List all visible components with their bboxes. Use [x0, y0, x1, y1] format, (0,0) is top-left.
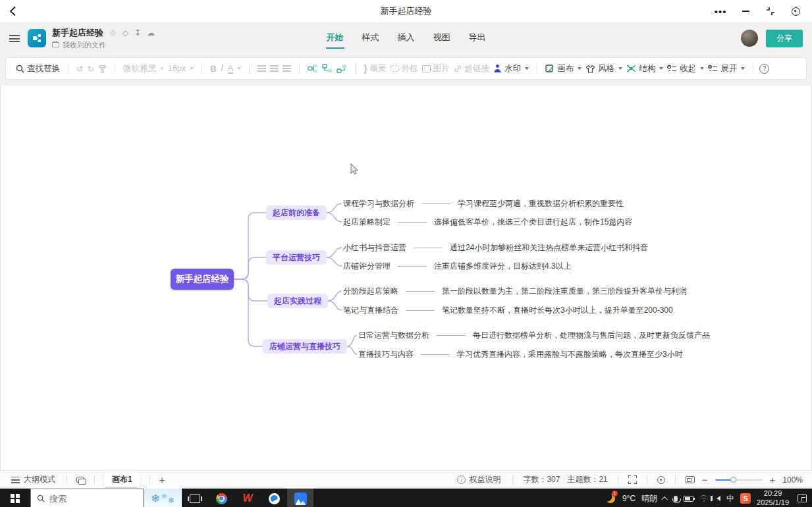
- mindmap-subtopic-row[interactable]: 课程学习与数据分析 学习课程至少两遍，重视数据分析积累的重要性: [343, 198, 624, 209]
- bold-button[interactable]: B: [208, 64, 219, 74]
- back-button[interactable]: [9, 6, 16, 16]
- clock[interactable]: 20:29 2025/1/19: [757, 489, 789, 507]
- align-left-button[interactable]: [256, 65, 268, 72]
- watermark-button[interactable]: 水印: [491, 63, 531, 74]
- mindmap-subtopic-row[interactable]: 直播技巧与内容 学习优秀直播内容，采用露脸与不露脸策略，每次直播至少3小时: [358, 348, 683, 360]
- rights-info-button[interactable]: i 权益说明: [455, 474, 502, 485]
- tray-weather-desc[interactable]: 晴朗: [641, 493, 657, 504]
- outline-mode-button[interactable]: 大纲模式: [9, 474, 57, 485]
- tab-style[interactable]: 样式: [362, 28, 380, 49]
- canvas-tab[interactable]: 画布1: [104, 472, 140, 487]
- mindmap-app-button[interactable]: [287, 489, 313, 507]
- subtopic-label[interactable]: 分阶段起店策略: [343, 286, 398, 297]
- image-button[interactable]: 图片: [420, 63, 452, 74]
- boundary-button[interactable]: 外框: [389, 63, 420, 74]
- more-options-icon[interactable]: •••: [715, 5, 726, 17]
- subtopic-detail[interactable]: 笔记数量坚持不断，直播时长每次3小时以上，提升单量至200-300: [442, 305, 673, 316]
- font-family-select[interactable]: 微软雅黑: [121, 63, 166, 74]
- subtopic-detail[interactable]: 注重店铺多维度评分，目标达到4.3以上: [434, 261, 572, 272]
- restore-icon[interactable]: [765, 5, 776, 17]
- redo-button[interactable]: ↻: [85, 64, 95, 74]
- ime-indicator[interactable]: 中: [726, 493, 734, 504]
- subtopic-detail[interactable]: 选择偏低客单价，挑选三个类目进行起店，制作15篇内容: [434, 217, 632, 228]
- speaker-icon[interactable]: [717, 496, 720, 501]
- sogou-input-icon[interactable]: S: [740, 493, 751, 504]
- subtopic-detail[interactable]: 学习课程至少两遍，重视数据分析积累的重要性: [458, 198, 624, 209]
- subtopic-label[interactable]: 笔记与直播结合: [343, 305, 398, 316]
- subtopic-detail[interactable]: 每日进行数据榜单分析，处理物流与售后问题，及时更新负反馈产品: [473, 330, 710, 341]
- mindmap-subtopic-row[interactable]: 店铺评分管理 注重店铺多维度评分，目标达到4.3以上: [343, 260, 572, 272]
- star-icon[interactable]: ☆: [109, 29, 117, 37]
- help-icon[interactable]: ?: [759, 64, 769, 74]
- subtopic-label[interactable]: 小红书与抖音运营: [343, 242, 406, 254]
- zoom-out-button[interactable]: −: [702, 475, 708, 485]
- zoom-slider-knob[interactable]: [730, 477, 736, 483]
- tray-temperature[interactable]: 9°C: [622, 494, 636, 503]
- battery-icon[interactable]: [684, 496, 693, 502]
- dingtalk-app-button[interactable]: [261, 489, 287, 507]
- expand-button[interactable]: 展开: [706, 63, 747, 74]
- align-right-button[interactable]: [281, 65, 293, 72]
- microphone-icon[interactable]: [674, 496, 678, 502]
- tag-icon[interactable]: ◇: [122, 29, 128, 37]
- mindmap-branch-node[interactable]: 平台运营技巧: [266, 250, 327, 265]
- user-avatar[interactable]: [741, 30, 758, 47]
- mindmap-branch-node[interactable]: 起店实践过程: [267, 294, 328, 308]
- target-icon[interactable]: [790, 5, 801, 17]
- mindmap-subtopic-row[interactable]: 分阶段起店策略 第一阶段以数量为主，第二阶段注重质量，第三阶段提升客单价与利润: [343, 285, 687, 297]
- summary-button[interactable]: }概要: [362, 63, 388, 74]
- subtopic-label[interactable]: 课程学习与数据分析: [343, 198, 414, 209]
- structure-button[interactable]: 结构: [624, 63, 665, 74]
- subtopic-detail[interactable]: 第一阶段以数量为主，第二阶段注重质量，第三阶段提升客单价与利润: [442, 286, 687, 297]
- align-center-button[interactable]: [268, 65, 281, 72]
- minimap-icon[interactable]: [686, 476, 695, 483]
- mindmap-canvas[interactable]: 新手起店经验 起店前的准备 平台运营技巧 起店实践过程 店铺运营与直播技巧 课程…: [0, 86, 812, 470]
- insert-subtopic-button[interactable]: [306, 64, 320, 73]
- minimize-icon[interactable]: [740, 5, 751, 17]
- layers-icon[interactable]: [76, 477, 85, 483]
- insert-parent-topic-button[interactable]: [335, 64, 349, 73]
- taskbar-search[interactable]: [30, 489, 144, 507]
- chrome-app-button[interactable]: [208, 489, 234, 507]
- insert-topic-after-button[interactable]: [320, 64, 335, 73]
- download-icon[interactable]: ↧: [134, 29, 141, 37]
- style-button[interactable]: 风格: [583, 63, 624, 74]
- italic-button[interactable]: I: [219, 63, 226, 74]
- add-canvas-button[interactable]: +: [159, 475, 165, 485]
- tab-view[interactable]: 视图: [433, 28, 451, 49]
- locate-center-icon[interactable]: [657, 476, 665, 484]
- subtopic-detail[interactable]: 通过24小时加够粉丝和关注热点榜单来运营小红书和抖音: [450, 242, 648, 254]
- hidden-icons-chevron[interactable]: [661, 496, 668, 502]
- start-button[interactable]: [0, 489, 30, 507]
- weather-moon-icon[interactable]: [606, 494, 615, 503]
- mindmap-subtopic-row[interactable]: 笔记与直播结合 笔记数量坚持不断，直播时长每次3小时以上，提升单量至200-30…: [343, 304, 673, 316]
- search-input[interactable]: [49, 494, 115, 504]
- fullscreen-icon[interactable]: [628, 475, 637, 484]
- task-view-button[interactable]: [182, 489, 208, 507]
- wifi-icon[interactable]: [699, 495, 708, 502]
- menu-hamburger-icon[interactable]: [9, 35, 20, 42]
- cloud-sync-icon[interactable]: ☁: [147, 29, 155, 37]
- find-replace-button[interactable]: 查找替换: [14, 63, 62, 74]
- weather-widget[interactable]: ❄ ❄ ❄: [144, 489, 182, 507]
- subtopic-label[interactable]: 日常运营与数据分析: [358, 330, 429, 341]
- app-logo-icon[interactable]: [28, 29, 46, 47]
- mindmap-branch-node[interactable]: 店铺运营与直播技巧: [263, 339, 347, 354]
- notification-center-icon[interactable]: [798, 494, 807, 502]
- subtopic-label[interactable]: 起店策略制定: [343, 217, 391, 228]
- format-painter-button[interactable]: [96, 65, 109, 73]
- canvas-button[interactable]: 画布: [543, 63, 583, 74]
- zoom-in-button[interactable]: +: [770, 475, 776, 485]
- mindmap-subtopic-row[interactable]: 日常运营与数据分析 每日进行数据榜单分析，处理物流与售后问题，及时更新负反馈产品: [358, 329, 710, 341]
- wps-app-button[interactable]: W: [234, 489, 261, 507]
- font-color-button[interactable]: A: [226, 64, 244, 74]
- mindmap-branch-node[interactable]: 起店前的准备: [266, 205, 327, 220]
- subtopic-label[interactable]: 店铺评分管理: [343, 261, 391, 272]
- tab-insert[interactable]: 插入: [397, 28, 416, 49]
- document-location[interactable]: 我收到的文件: [63, 40, 106, 50]
- subtopic-label[interactable]: 直播技巧与内容: [358, 349, 414, 360]
- collapse-button[interactable]: 收起: [665, 63, 706, 74]
- font-size-select[interactable]: 16px: [166, 64, 196, 73]
- mindmap-subtopic-row[interactable]: 小红书与抖音运营 通过24小时加够粉丝和关注热点榜单来运营小红书和抖音: [343, 242, 648, 254]
- subtopic-detail[interactable]: 学习优秀直播内容，采用露脸与不露脸策略，每次直播至少3小时: [457, 349, 683, 360]
